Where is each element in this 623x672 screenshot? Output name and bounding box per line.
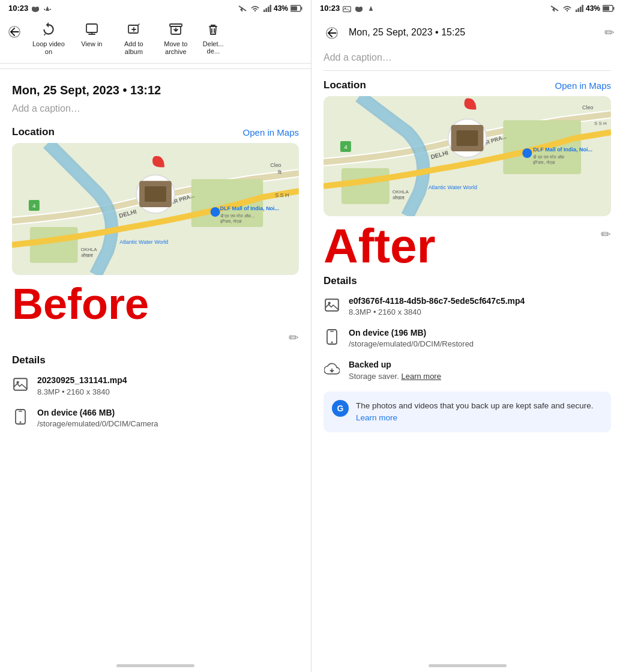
signal-icon-right-status <box>366 4 376 13</box>
svg-text:ओखला: ओखला <box>81 252 93 258</box>
svg-text:Cleo: Cleo <box>582 104 593 110</box>
cloud-icon-right <box>354 4 364 13</box>
toolbar-view-label: View in <box>81 40 102 47</box>
right-date-time: Mon, 25 Sept, 2023 • 15:25 <box>349 27 465 38</box>
svg-rect-9 <box>269 5 271 12</box>
left-edit-icon[interactable]: ✏ <box>289 330 299 345</box>
image-icon-right <box>324 297 340 313</box>
svg-text:4: 4 <box>344 144 348 150</box>
svg-rect-51 <box>580 7 582 12</box>
svg-rect-81 <box>330 331 334 332</box>
wifi-icon-left <box>250 5 260 12</box>
toolbar-view-in[interactable]: View in <box>71 19 113 50</box>
left-time: 10:23 <box>8 4 28 13</box>
svg-point-39 <box>17 381 19 384</box>
svg-point-80 <box>331 342 333 344</box>
left-details-title: Details <box>12 354 299 366</box>
signal-bars-left <box>263 5 271 12</box>
toolbar-delete-label: Delet...de... <box>203 40 224 55</box>
toolbar-delete[interactable]: Delet...de... <box>197 19 230 57</box>
wifi-icon-right <box>562 5 573 12</box>
svg-rect-11 <box>291 6 297 10</box>
right-location-header: Location Open in Maps <box>324 79 611 91</box>
right-backup-status: Backed up <box>349 359 441 370</box>
left-date-time: Mon, 25 Sept, 2023 • 13:12 <box>12 83 299 97</box>
left-device-path: /storage/emulated/0/DCIM/Camera <box>37 419 158 428</box>
svg-point-22 <box>211 207 220 217</box>
signal-bars-right <box>575 5 583 12</box>
svg-rect-12 <box>301 7 302 10</box>
svg-point-46 <box>355 7 359 10</box>
left-detail-file: 20230925_131141.mp4 8.3MP • 2160 x 3840 <box>12 375 299 396</box>
after-label: After <box>324 222 436 270</box>
svg-text:ओखला: ओखला <box>393 195 405 201</box>
left-battery: 43% <box>274 4 288 13</box>
left-detail-device: On device (466 MB) /storage/emulated/0/D… <box>12 407 299 428</box>
toolbar-add-to-album[interactable]: Add toalbum <box>113 19 155 58</box>
left-file-meta: 8.3MP • 2160 x 3840 <box>37 387 127 396</box>
left-back-button[interactable] <box>2 20 26 44</box>
right-header: Mon, 25 Sept, 2023 • 15:25 ✏ <box>312 15 623 47</box>
svg-text:OKHLA: OKHLA <box>393 189 409 195</box>
svg-point-37 <box>155 157 162 164</box>
toolbar-move-to-archive[interactable]: Move toarchive <box>155 19 197 58</box>
signal-icon-left <box>43 4 52 13</box>
svg-rect-6 <box>263 10 265 12</box>
toolbar-divider <box>0 68 311 69</box>
svg-rect-16 <box>170 24 182 26</box>
back-arrow-icon <box>8 25 21 38</box>
left-open-maps[interactable]: Open in Maps <box>243 127 299 138</box>
right-caption[interactable]: Add a caption… <box>324 52 392 63</box>
left-map[interactable]: DELHI UTTAR PRA... DLF Mall of India, No… <box>12 143 299 275</box>
svg-rect-36 <box>145 187 166 202</box>
right-backup-sub: Storage saver. Learn more <box>349 372 441 381</box>
svg-text:इण्डिया, नोएडा: इण्डिया, नोएडा <box>220 219 242 224</box>
svg-point-3 <box>50 8 51 10</box>
cloud-icon <box>31 4 40 13</box>
right-open-maps[interactable]: Open in Maps <box>555 80 611 91</box>
right-header-edit-icon[interactable]: ✏ <box>604 25 615 40</box>
right-map[interactable]: DELHI UTTAR PRA... DLF Mall of India, No… <box>324 96 611 216</box>
toolbar-archive-label: Move toarchive <box>164 40 187 56</box>
google-icon: G <box>332 400 349 417</box>
svg-text:इण्डिया, नोएडा: इण्डिया, नोएडा <box>532 160 555 165</box>
svg-text:वि: वि <box>277 171 282 176</box>
svg-point-78 <box>328 302 331 304</box>
svg-rect-54 <box>603 6 609 10</box>
svg-point-76 <box>467 98 474 106</box>
svg-text:S S H: S S H <box>594 121 607 126</box>
toolbar-loop-video[interactable]: Loop videoon <box>26 19 71 58</box>
image-icon-left <box>13 377 28 392</box>
battery-icon-left <box>290 5 302 12</box>
svg-text:Atlantic Water World: Atlantic Water World <box>119 239 168 245</box>
right-back-button[interactable] <box>320 21 344 45</box>
svg-point-1 <box>32 7 35 10</box>
svg-text:DLF Mall of India, Noi...: DLF Mall of India, Noi... <box>533 147 592 153</box>
svg-point-41 <box>20 421 22 423</box>
svg-text:डी एल एफ मॉल ऑफ़: डी एल एफ मॉल ऑफ़ <box>532 155 565 159</box>
view-in-icon <box>85 22 99 37</box>
left-location-title: Location <box>12 126 55 138</box>
right-back-arrow-icon <box>325 26 339 40</box>
mute-icon-right <box>550 5 559 12</box>
left-map-svg: DELHI UTTAR PRA... DLF Mall of India, No… <box>12 143 299 275</box>
svg-rect-50 <box>577 8 579 12</box>
svg-rect-52 <box>582 5 583 12</box>
svg-text:S S H: S S H <box>275 192 289 198</box>
info-box-text: The photos and videos that you back up a… <box>356 400 603 425</box>
info-box-learn-more[interactable]: Learn more <box>356 413 397 422</box>
svg-rect-42 <box>19 411 22 412</box>
svg-rect-8 <box>268 7 269 12</box>
left-caption[interactable]: Add a caption… <box>12 103 299 114</box>
right-location-title: Location <box>324 79 366 91</box>
svg-rect-14 <box>86 24 97 32</box>
right-file-meta: 8.3MP • 2160 x 3840 <box>349 307 525 316</box>
left-toolbar: Loop videoon View in Add toalbum Move to… <box>0 15 311 64</box>
learn-more-backup[interactable]: Learn more <box>401 372 441 381</box>
cloud-backup-icon <box>324 361 340 377</box>
left-content: Mon, 25 Sept, 2023 • 13:12 Add a caption… <box>0 74 311 661</box>
svg-text:DLF Mall of India, Noi...: DLF Mall of India, Noi... <box>220 205 279 211</box>
loop-icon <box>41 22 56 37</box>
left-location-header: Location Open in Maps <box>12 126 299 138</box>
right-edit-icon[interactable]: ✏ <box>601 227 611 241</box>
